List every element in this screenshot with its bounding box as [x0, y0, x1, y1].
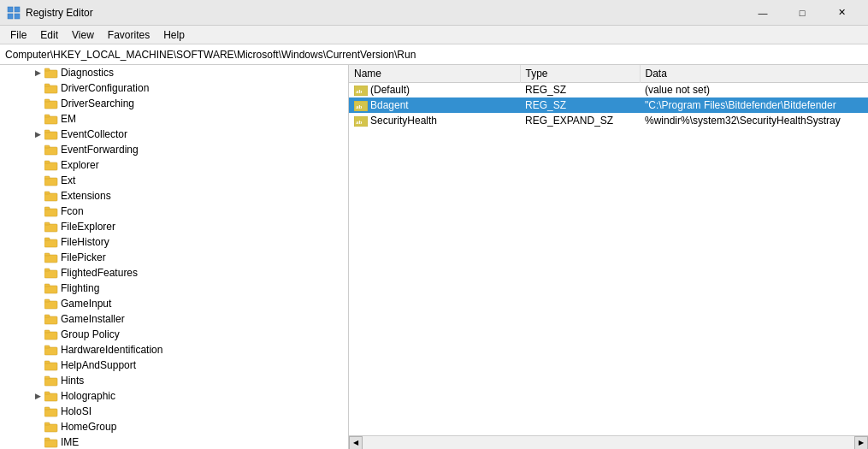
tree-label-ime: IME	[61, 436, 79, 448]
menu-view[interactable]: View	[65, 27, 101, 43]
svg-rect-50	[44, 424, 57, 432]
tree-item-flighting[interactable]: Flighting	[0, 281, 348, 296]
expander-fileExplorer	[31, 220, 44, 233]
expander-fileHistory	[31, 235, 44, 249]
scroll-left-button[interactable]: ◀	[349, 436, 363, 450]
tree-item-gameInstaller[interactable]: GameInstaller	[0, 311, 348, 327]
expander-hints	[31, 374, 44, 387]
svg-rect-42	[44, 363, 57, 370]
close-button[interactable]: ✕	[822, 0, 861, 26]
expander-diagnostics[interactable]: ▶	[31, 66, 44, 80]
table-row-default[interactable]: ab (Default)REG_SZ(value not set)	[349, 82, 868, 97]
tree-label-ext: Ext	[61, 174, 75, 186]
tree-item-holographic[interactable]: ▶ Holographic	[0, 388, 348, 404]
svg-rect-44	[44, 378, 57, 386]
svg-rect-41	[44, 346, 50, 348]
tree-scroll[interactable]: ▶ Diagnostics DriverConfiguration Driver…	[0, 65, 348, 449]
tree-item-gameInput[interactable]: GameInput	[0, 296, 348, 311]
address-path: Computer\HKEY_LOCAL_MACHINE\SOFTWARE\Mic…	[5, 49, 416, 61]
svg-rect-3	[15, 14, 20, 19]
registry-table[interactable]: Name Type Data ab (Default)REG_SZ(value …	[349, 65, 868, 435]
menu-edit[interactable]: Edit	[33, 27, 65, 43]
menu-favorites[interactable]: Favorites	[101, 27, 156, 43]
svg-rect-9	[44, 99, 50, 102]
tree-item-flightedFeatures[interactable]: FlightedFeatures	[0, 265, 348, 281]
col-header-data[interactable]: Data	[640, 65, 868, 82]
expander-homeGroup	[31, 420, 44, 434]
expander-eventCollector[interactable]: ▶	[31, 127, 44, 141]
col-header-name[interactable]: Name	[349, 65, 520, 82]
tree-item-em[interactable]: EM	[0, 111, 348, 127]
tree-item-extensions[interactable]: Extensions	[0, 188, 348, 204]
minimize-button[interactable]: —	[743, 0, 782, 26]
menu-help[interactable]: Help	[156, 27, 192, 43]
tree-item-explorer[interactable]: Explorer	[0, 157, 348, 173]
svg-rect-20	[44, 193, 57, 201]
table-row-bdagent[interactable]: ab BdagentREG_SZ"C:\Program Files\Bitdef…	[349, 97, 868, 113]
svg-rect-12	[44, 132, 57, 139]
tree-item-hints[interactable]: Hints	[0, 373, 348, 388]
svg-rect-53	[44, 438, 50, 440]
expander-gameInput	[31, 297, 44, 310]
reg-icon-default: ab	[354, 86, 368, 96]
menu-file[interactable]: File	[3, 27, 33, 43]
folder-icon-ext	[44, 174, 58, 186]
tree-pane: ▶ Diagnostics DriverConfiguration Driver…	[0, 65, 349, 449]
svg-rect-16	[44, 162, 57, 170]
svg-rect-1	[15, 7, 20, 12]
tree-item-filePicker[interactable]: FilePicker	[0, 250, 348, 265]
svg-rect-43	[44, 361, 50, 363]
svg-rect-8	[44, 101, 57, 109]
expander-flighting	[31, 281, 44, 295]
tree-item-hardwareIdentification[interactable]: HardwareIdentification	[0, 342, 348, 357]
tree-item-ime[interactable]: IME	[0, 434, 348, 449]
expander-holographic[interactable]: ▶	[31, 389, 44, 403]
svg-rect-5	[44, 68, 50, 71]
expander-extensions	[31, 189, 44, 203]
tree-item-driverConfiguration[interactable]: DriverConfiguration	[0, 80, 348, 96]
maximize-button[interactable]: □	[782, 0, 822, 26]
tree-item-ext[interactable]: Ext	[0, 173, 348, 188]
tree-item-diagnostics[interactable]: ▶ Diagnostics	[0, 65, 348, 80]
svg-rect-15	[44, 145, 50, 148]
window-controls: — □ ✕	[743, 0, 861, 26]
tree-item-homeGroup[interactable]: HomeGroup	[0, 419, 348, 434]
expander-groupPolicy	[31, 328, 44, 341]
expander-explorer	[31, 158, 44, 172]
tree-item-eventCollector[interactable]: ▶ EventCollector	[0, 127, 348, 142]
tree-item-fileExplorer[interactable]: FileExplorer	[0, 219, 348, 234]
svg-rect-30	[44, 270, 57, 278]
folder-icon-ime	[44, 436, 58, 448]
tree-item-groupPolicy[interactable]: Group Policy	[0, 327, 348, 342]
title-bar: Registry Editor — □ ✕	[0, 0, 868, 26]
svg-rect-45	[44, 376, 50, 379]
tree-label-fcon: Fcon	[61, 205, 84, 217]
folder-icon-hints	[44, 375, 58, 387]
table-row-securityHealth[interactable]: ab SecurityHealthREG_EXPAND_SZ%windir%\s…	[349, 113, 868, 128]
tree-item-driverSearching[interactable]: DriverSearching	[0, 96, 348, 111]
tree-label-em: EM	[61, 113, 76, 125]
cell-name-bdagent: ab Bdagent	[349, 97, 520, 113]
scroll-right-button[interactable]: ▶	[854, 436, 868, 450]
folder-icon-flightedFeatures	[44, 267, 58, 279]
tree-item-fcon[interactable]: Fcon	[0, 204, 348, 219]
col-header-type[interactable]: Type	[520, 65, 640, 82]
svg-rect-24	[44, 224, 57, 232]
tree-label-hints: Hints	[61, 375, 84, 387]
svg-rect-33	[44, 284, 50, 287]
tree-item-holoSI[interactable]: HoloSI	[0, 404, 348, 419]
tree-label-filePicker: FilePicker	[61, 251, 106, 263]
tree-item-eventForwarding[interactable]: EventForwarding	[0, 142, 348, 157]
tree-item-helpAndSupport[interactable]: HelpAndSupport	[0, 357, 348, 373]
svg-rect-6	[44, 86, 57, 93]
expander-ext	[31, 174, 44, 187]
svg-rect-11	[44, 115, 50, 117]
tree-item-fileHistory[interactable]: FileHistory	[0, 234, 348, 250]
folder-icon-holographic	[44, 390, 58, 402]
tree-label-driverConfiguration: DriverConfiguration	[61, 82, 149, 94]
main-content: ▶ Diagnostics DriverConfiguration Driver…	[0, 65, 868, 449]
folder-icon-em	[44, 113, 58, 125]
folder-icon-filePicker	[44, 251, 58, 263]
expander-ime	[31, 435, 44, 449]
expander-holoSI	[31, 405, 44, 418]
